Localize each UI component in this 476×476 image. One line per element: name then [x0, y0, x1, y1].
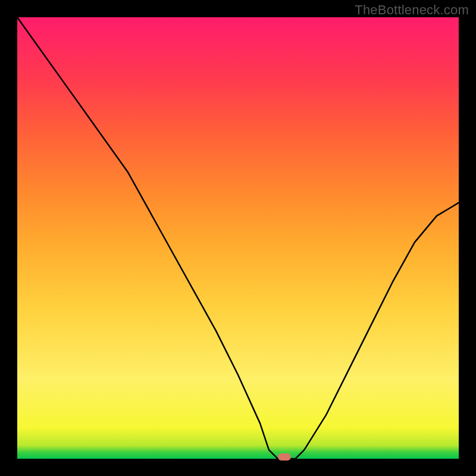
- watermark-text: TheBottleneck.com: [355, 2, 469, 18]
- gradient-plot-area: [17, 17, 459, 459]
- optimal-point-marker: [278, 453, 291, 461]
- chart-frame: TheBottleneck.com: [0, 0, 476, 476]
